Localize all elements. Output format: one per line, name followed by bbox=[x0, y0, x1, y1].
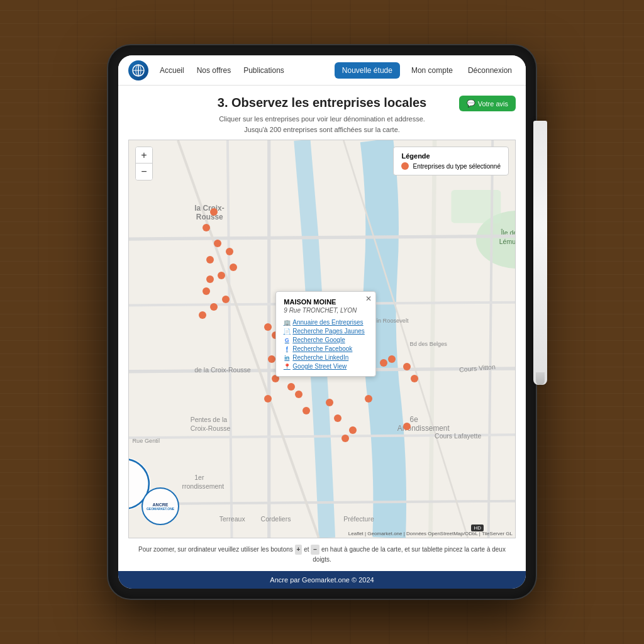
svg-text:Cours Lafayette: Cours Lafayette bbox=[435, 432, 481, 440]
map-legend: Légende Entreprises du type sélectionné bbox=[393, 147, 509, 175]
site-footer: Ancre par Geomarket.one © 2024 bbox=[118, 571, 526, 589]
map-pin[interactable] bbox=[349, 426, 357, 434]
nav-publications[interactable]: Publications bbox=[240, 64, 288, 77]
svg-text:Croix-Rousse: Croix-Rousse bbox=[191, 425, 231, 432]
map-pin[interactable] bbox=[295, 391, 303, 398]
svg-text:Pentes de la: Pentes de la bbox=[191, 416, 228, 423]
svg-text:Terreaux: Terreaux bbox=[219, 515, 246, 523]
svg-text:6e: 6e bbox=[410, 415, 419, 424]
map-pin[interactable] bbox=[303, 407, 310, 414]
page-subtitle-line1: Cliquer sur les entreprises pour voir le… bbox=[133, 114, 511, 125]
map-pin[interactable] bbox=[264, 395, 272, 402]
pencil bbox=[533, 121, 547, 385]
svg-text:de la Croix-Rousse: de la Croix-Rousse bbox=[194, 366, 251, 374]
nav-mon-compte[interactable]: Mon compte bbox=[408, 64, 457, 77]
navbar: Accueil Nos offres Publications Nouvelle… bbox=[118, 55, 526, 86]
popup-links: 🏢Annuaire des Entreprises📄Recherche Page… bbox=[284, 319, 368, 370]
svg-text:Rousse: Rousse bbox=[196, 213, 223, 221]
legend-item: Entreprises du type sélectionné bbox=[401, 162, 501, 170]
map-pin[interactable] bbox=[403, 423, 411, 430]
map-pin[interactable] bbox=[334, 414, 341, 422]
map-pin[interactable] bbox=[388, 355, 396, 363]
map-watermark: ANCRE GEOMARKET.ONE bbox=[142, 487, 179, 525]
tablet-wrapper: Accueil Nos offres Publications Nouvelle… bbox=[108, 45, 536, 599]
map-pin[interactable] bbox=[411, 375, 418, 382]
map-pin[interactable] bbox=[210, 208, 218, 216]
svg-text:la Croix-: la Croix- bbox=[194, 204, 224, 213]
map-pin[interactable] bbox=[218, 272, 225, 279]
svg-text:1er: 1er bbox=[194, 474, 204, 481]
map-pin[interactable] bbox=[287, 383, 295, 391]
tablet-screen: Accueil Nos offres Publications Nouvelle… bbox=[118, 55, 526, 589]
map-pin[interactable] bbox=[199, 311, 206, 319]
map-pin[interactable] bbox=[365, 395, 372, 402]
popup-link-5[interactable]: 📍Google Street View bbox=[284, 363, 368, 370]
popup-link-icon-3: f bbox=[284, 346, 290, 352]
map-pin[interactable] bbox=[203, 287, 210, 295]
map-pin[interactable] bbox=[210, 303, 218, 311]
map-pin[interactable] bbox=[206, 275, 214, 283]
svg-text:Rue Gentil: Rue Gentil bbox=[132, 438, 159, 444]
popup-link-icon-4: in bbox=[284, 355, 290, 361]
legend-dot bbox=[401, 162, 409, 170]
map-attribution: Leaflet | Geomarket.one | Données OpenSt… bbox=[348, 531, 513, 536]
svg-text:Bd des Belges: Bd des Belges bbox=[410, 341, 448, 347]
map-pin[interactable] bbox=[226, 248, 233, 255]
nav-nos-offres[interactable]: Nos offres bbox=[193, 64, 235, 77]
map-pin[interactable] bbox=[214, 240, 221, 247]
footer-text: Pour zoomer, sur ordinateur veuillez uti… bbox=[118, 538, 526, 571]
nav-deconnexion[interactable]: Déconnexion bbox=[464, 64, 516, 77]
popup-link-1[interactable]: 📄Recherche Pages Jaunes bbox=[284, 328, 368, 335]
nav-links: Accueil Nos offres Publications bbox=[156, 64, 327, 77]
popup-link-2[interactable]: GRecherche Google bbox=[284, 336, 368, 343]
page-subtitle-line2: Jusqu'à 200 entreprises sont affichées s… bbox=[133, 125, 511, 135]
map-pin[interactable] bbox=[380, 359, 387, 367]
popup-link-3[interactable]: fRecherche Facebook bbox=[284, 345, 368, 352]
legend-title: Légende bbox=[401, 152, 501, 160]
svg-rect-8 bbox=[451, 190, 501, 223]
popup-link-icon-0: 🏢 bbox=[284, 319, 290, 326]
popup-link-icon-1: 📄 bbox=[284, 328, 290, 335]
zoom-in-button[interactable]: + bbox=[136, 147, 152, 164]
map-pin[interactable] bbox=[268, 355, 275, 363]
popup-link-icon-5: 📍 bbox=[284, 364, 290, 370]
zoom-out-button[interactable]: − bbox=[136, 164, 152, 180]
nav-logo bbox=[128, 60, 148, 80]
map-pin[interactable] bbox=[326, 399, 333, 406]
zoom-controls: + − bbox=[135, 147, 153, 180]
speech-icon: 💬 bbox=[467, 99, 475, 108]
popup-link-icon-2: G bbox=[284, 337, 290, 343]
map-pin[interactable] bbox=[264, 323, 272, 331]
hd-badge: HD bbox=[471, 525, 484, 531]
popup-link-0[interactable]: 🏢Annuaire des Entreprises bbox=[284, 319, 368, 326]
svg-text:Cordeliers: Cordeliers bbox=[261, 515, 291, 523]
nav-accueil[interactable]: Accueil bbox=[156, 64, 188, 77]
popup-address: 9 Rue TRONCHET, LYON bbox=[284, 307, 368, 314]
page-title: 3. Observez les entreprises locales bbox=[133, 96, 511, 110]
legend-label: Entreprises du type sélectionné bbox=[413, 163, 501, 170]
map-pin[interactable] bbox=[230, 264, 237, 271]
map-popup: ✕ MAISON MOINE 9 Rue TRONCHET, LYON 🏢Ann… bbox=[275, 291, 376, 377]
map-pin[interactable] bbox=[341, 435, 349, 442]
page-header: 3. Observez les entreprises locales Cliq… bbox=[118, 86, 526, 140]
main-content: 3. Observez les entreprises locales Cliq… bbox=[118, 86, 526, 571]
map-container[interactable]: Île des Lémuriens bbox=[128, 140, 516, 538]
nouvelle-etude-button[interactable]: Nouvelle étude bbox=[335, 62, 400, 79]
popup-link-4[interactable]: inRecherche LinkedIn bbox=[284, 354, 368, 361]
map-pin[interactable] bbox=[203, 224, 210, 231]
plus-icon: + bbox=[295, 545, 303, 555]
footer-copyright: Ancre par Geomarket.one © 2024 bbox=[270, 576, 374, 584]
popup-close-button[interactable]: ✕ bbox=[365, 294, 372, 303]
votre-avis-button[interactable]: 💬 Votre avis bbox=[459, 96, 516, 111]
map-pin[interactable] bbox=[222, 296, 230, 303]
map-pin[interactable] bbox=[206, 256, 214, 264]
svg-text:Préfecture: Préfecture bbox=[343, 515, 374, 523]
svg-text:Lémuriens: Lémuriens bbox=[499, 238, 515, 245]
svg-text:rrondissement: rrondissement bbox=[182, 482, 224, 490]
minus-icon: − bbox=[311, 545, 319, 555]
popup-title: MAISON MOINE bbox=[284, 298, 368, 306]
map-pin[interactable] bbox=[403, 363, 411, 370]
